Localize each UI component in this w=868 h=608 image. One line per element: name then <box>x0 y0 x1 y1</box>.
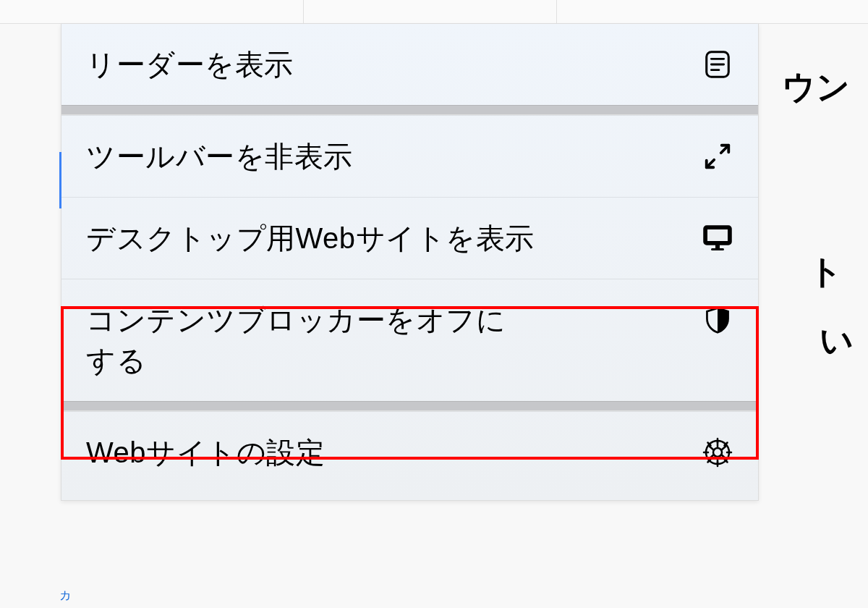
menu-item-label: デスクトップ用Webサイトを表示 <box>86 218 702 258</box>
menu-item-request-desktop-site[interactable]: デスクトップ用Webサイトを表示 <box>61 197 758 279</box>
menu-item-show-reader[interactable]: リーダーを表示 <box>61 24 758 105</box>
svg-line-26 <box>709 446 714 450</box>
menu-separator <box>61 105 758 115</box>
top-toolbar-bg <box>0 0 868 24</box>
svg-rect-10 <box>711 248 724 250</box>
small-marker-text: ヵ <box>58 585 72 604</box>
desktop-icon <box>702 222 733 254</box>
aa-menu: リーダーを表示 ツールバーを非表示 デスクトップ用Web <box>61 24 759 501</box>
toolbar-segment <box>304 0 557 24</box>
menu-item-label: コンテンツブロッカーをオフにする <box>86 300 549 381</box>
svg-line-23 <box>721 455 726 459</box>
gear-icon <box>702 436 733 468</box>
menu-item-hide-toolbar[interactable]: ツールバーを非表示 <box>61 115 758 197</box>
svg-rect-9 <box>715 244 720 248</box>
background-text-fragment: い <box>820 318 854 363</box>
menu-item-website-settings[interactable]: Webサイトの設定 <box>61 411 758 500</box>
toolbar-segment <box>0 0 304 24</box>
svg-line-25 <box>709 455 714 459</box>
menu-item-label: ツールバーを非表示 <box>86 136 702 177</box>
svg-rect-8 <box>707 229 728 241</box>
menu-item-turn-off-content-blockers[interactable]: コンテンツブロッカーをオフにする <box>61 279 758 401</box>
svg-point-12 <box>713 448 722 457</box>
shield-icon <box>702 304 733 336</box>
reader-icon <box>702 48 733 80</box>
arrows-diagonal-icon <box>702 140 733 172</box>
menu-separator <box>61 401 758 411</box>
selection-marker <box>59 152 61 208</box>
menu-item-label: リーダーを表示 <box>86 44 702 85</box>
background-text-fragment: ト <box>809 250 843 295</box>
svg-line-22 <box>721 446 726 450</box>
background-text-fragment: ウン <box>782 65 850 110</box>
menu-item-label: Webサイトの設定 <box>86 432 702 473</box>
